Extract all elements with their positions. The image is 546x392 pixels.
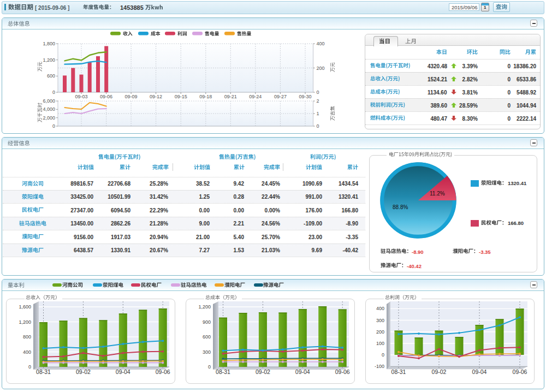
svg-text:09-06: 09-06 — [335, 369, 350, 375]
svg-text:09-04: 09-04 — [116, 369, 130, 375]
svg-text:09-02: 09-02 — [76, 369, 91, 375]
svg-text:600: 600 — [203, 334, 211, 340]
svg-text:08-31: 08-31 — [216, 369, 230, 375]
svg-text:08-31: 08-31 — [391, 369, 406, 375]
svg-text:08-31: 08-31 — [36, 369, 51, 375]
svg-text:09-06: 09-06 — [513, 369, 527, 375]
svg-text:900: 900 — [203, 319, 211, 325]
svg-text:0: 0 — [28, 364, 31, 370]
svg-text:300: 300 — [203, 349, 211, 355]
svg-text:09-02: 09-02 — [432, 369, 447, 375]
svg-text:800: 800 — [23, 334, 31, 340]
svg-text:1,200: 1,200 — [19, 319, 31, 325]
svg-text:400: 400 — [376, 306, 384, 311]
svg-text:1,600: 1,600 — [19, 304, 31, 310]
svg-text:09-04: 09-04 — [295, 369, 310, 375]
svg-text:09-02: 09-02 — [256, 369, 270, 375]
svg-text:09-06: 09-06 — [156, 369, 170, 375]
svg-text:09-04: 09-04 — [472, 369, 487, 375]
svg-text:1,200: 1,200 — [198, 304, 211, 310]
svg-text:-100: -100 — [375, 364, 384, 369]
svg-text:400: 400 — [23, 349, 31, 355]
svg-text:0: 0 — [382, 352, 384, 358]
svg-text:300: 300 — [376, 318, 384, 323]
svg-text:200: 200 — [376, 329, 384, 335]
svg-text:0: 0 — [208, 364, 211, 370]
svg-text:100: 100 — [376, 341, 384, 346]
